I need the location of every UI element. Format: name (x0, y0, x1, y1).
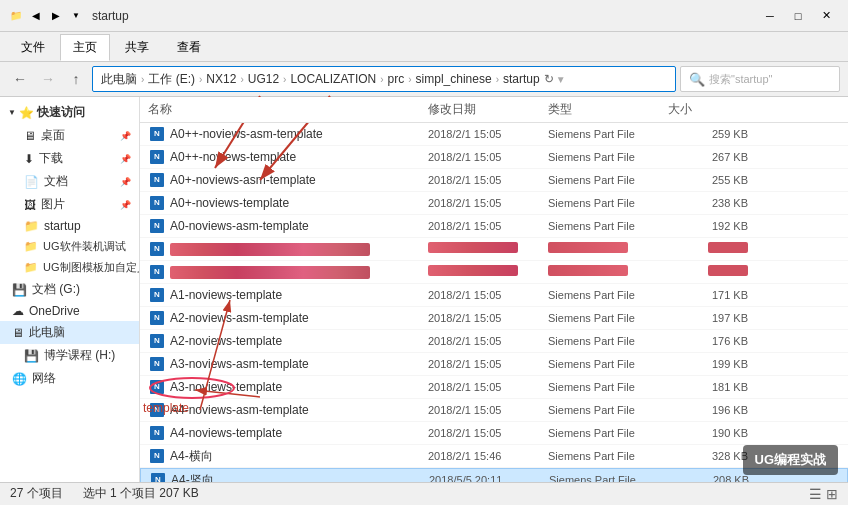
file-size: 197 KB (668, 312, 748, 324)
sidebar-label-ug-custom: UG制图模板加自定义! (43, 260, 140, 275)
tab-view[interactable]: 查看 (164, 34, 214, 61)
tab-home[interactable]: 主页 (60, 34, 110, 61)
file-size: 328 KB (668, 450, 748, 462)
table-row[interactable]: N A0+-noviews-asm-template 2018/2/1 15:0… (140, 169, 848, 192)
status-selected: 选中 1 个项目 207 KB (83, 485, 199, 502)
breadcrumb-startup[interactable]: startup (503, 72, 540, 86)
file-type: Siemens Part File (548, 312, 668, 324)
file-type: Siemens Part File (548, 197, 668, 209)
title-bar-title: startup (92, 9, 129, 23)
table-row[interactable]: N A0-noviews-asm-template 2018/2/1 15:05… (140, 215, 848, 238)
search-box[interactable]: 🔍 搜索"startup" (680, 66, 840, 92)
file-size: 259 KB (668, 128, 748, 140)
sidebar-item-ug-debug[interactable]: 📁 UG软件装机调试 (0, 236, 139, 257)
download-icon: ⬇ (24, 152, 34, 166)
dropdown-address-icon[interactable]: ▼ (556, 74, 566, 85)
breadcrumb-ug12[interactable]: UG12 (248, 72, 279, 86)
sidebar-item-pictures[interactable]: 🖼 图片 📌 (0, 193, 139, 216)
file-name: A0+-noviews-asm-template (170, 173, 410, 187)
file-name: A4-noviews-template (170, 426, 410, 440)
table-row[interactable]: N A4-竖向 2018/5/5 20:11 Siemens Part File… (140, 468, 848, 482)
sidebar-item-desktop[interactable]: 🖥 桌面 📌 (0, 124, 139, 147)
breadcrumb-thispc[interactable]: 此电脑 (101, 71, 137, 88)
drive-g-icon: 💾 (12, 283, 27, 297)
sidebar-item-documents[interactable]: 📄 文档 📌 (0, 170, 139, 193)
sidebar-label-pictures: 图片 (41, 196, 65, 213)
table-row[interactable]: N A4-横向 2018/2/1 15:46 Siemens Part File… (140, 445, 848, 468)
sidebar-item-drive-g[interactable]: 💾 文档 (G:) (0, 278, 139, 301)
sidebar-item-startup[interactable]: 📁 startup (0, 216, 139, 236)
dropdown-icon: ▼ (68, 8, 84, 24)
sidebar-item-quick-access[interactable]: ▼ ⭐ 快速访问 (0, 101, 139, 124)
file-name: A3-noviews-template (170, 380, 410, 394)
sidebar-item-downloads[interactable]: ⬇ 下载 📌 (0, 147, 139, 170)
table-row[interactable]: N A3-noviews-asm-template 2018/2/1 15:05… (140, 353, 848, 376)
file-name: A4-竖向 (171, 472, 411, 483)
refresh-button[interactable]: ↻ (544, 72, 554, 86)
table-row[interactable]: N (140, 261, 848, 284)
table-row[interactable]: N A0++-noviews-asm-template 2018/2/1 15:… (140, 123, 848, 146)
maximize-button[interactable]: □ (784, 2, 812, 30)
col-header-type[interactable]: 类型 (548, 101, 668, 118)
sidebar: ▼ ⭐ 快速访问 🖥 桌面 📌 ⬇ 下载 📌 📄 文档 📌 🖼 图片 📌 📁 s… (0, 97, 140, 482)
file-icon: N (148, 332, 166, 350)
sidebar-item-network[interactable]: 🌐 网络 (0, 367, 139, 390)
file-name: A4-横向 (170, 448, 410, 465)
file-type: Siemens Part File (549, 474, 669, 482)
sidebar-label-thispc: 此电脑 (29, 324, 65, 341)
table-row[interactable]: N A3-noviews-template 2018/2/1 15:05 Sie… (140, 376, 848, 399)
breadcrumb-loc[interactable]: LOCALIZATION (290, 72, 376, 86)
close-button[interactable]: ✕ (812, 2, 840, 30)
table-row[interactable]: N A0++-noviews-template 2018/2/1 15:05 S… (140, 146, 848, 169)
breadcrumb-drive[interactable]: 工作 (E:) (148, 71, 195, 88)
file-rows-container: N A0++-noviews-asm-template 2018/2/1 15:… (140, 123, 848, 482)
back-button[interactable]: ← (8, 67, 32, 91)
file-date: 2018/2/1 15:05 (428, 404, 548, 416)
table-row[interactable]: N A1-noviews-template 2018/2/1 15:05 Sie… (140, 284, 848, 307)
up-button[interactable]: ↑ (64, 67, 88, 91)
view-tiles-icon[interactable]: ⊞ (826, 486, 838, 502)
sidebar-item-onedrive[interactable]: ☁ OneDrive (0, 301, 139, 321)
file-icon: N (148, 148, 166, 166)
sidebar-item-thispc[interactable]: 🖥 此电脑 (0, 321, 139, 344)
file-size: 190 KB (668, 427, 748, 439)
breadcrumb-simpl[interactable]: simpl_chinese (416, 72, 492, 86)
file-name: A0++-noviews-asm-template (170, 127, 410, 141)
file-date: 2018/2/1 15:05 (428, 151, 548, 163)
table-row[interactable]: N A4-noviews-template 2018/2/1 15:05 Sie… (140, 422, 848, 445)
table-row[interactable]: N A0+-noviews-template 2018/2/1 15:05 Si… (140, 192, 848, 215)
address-bar[interactable]: 此电脑 › 工作 (E:) › NX12 › UG12 › LOCALIZATI… (92, 66, 676, 92)
file-icon: N (148, 447, 166, 465)
sidebar-label-documents: 文档 (44, 173, 68, 190)
table-row[interactable]: N A4-noviews-asm-template 2018/2/1 15:05… (140, 399, 848, 422)
col-header-size[interactable]: 大小 (668, 101, 748, 118)
sidebar-item-ug-custom[interactable]: 📁 UG制图模板加自定义! (0, 257, 139, 278)
file-name: A2-noviews-template (170, 334, 410, 348)
file-name: A1-noviews-template (170, 288, 410, 302)
col-header-name[interactable]: 名称 (148, 101, 428, 118)
onedrive-icon: ☁ (12, 304, 24, 318)
sidebar-item-drive-h[interactable]: 💾 博学课程 (H:) (0, 344, 139, 367)
file-type: Siemens Part File (548, 335, 668, 347)
file-size: 199 KB (668, 358, 748, 370)
file-date: 2018/2/1 15:05 (428, 358, 548, 370)
view-details-icon[interactable]: ☰ (809, 486, 822, 502)
sidebar-label-downloads: 下载 (39, 150, 63, 167)
tab-file[interactable]: 文件 (8, 34, 58, 61)
forward-button[interactable]: → (36, 67, 60, 91)
sidebar-label-startup: startup (44, 219, 81, 233)
file-type: Siemens Part File (548, 427, 668, 439)
breadcrumb-nx12[interactable]: NX12 (206, 72, 236, 86)
table-row[interactable]: N (140, 238, 848, 261)
file-size: 238 KB (668, 197, 748, 209)
file-date: 2018/2/1 15:05 (428, 312, 548, 324)
pictures-icon: 🖼 (24, 198, 36, 212)
col-header-date[interactable]: 修改日期 (428, 101, 548, 118)
table-row[interactable]: N A2-noviews-template 2018/2/1 15:05 Sie… (140, 330, 848, 353)
breadcrumb-prc[interactable]: prc (388, 72, 405, 86)
tab-share[interactable]: 共享 (112, 34, 162, 61)
pin-icon3: 📌 (120, 177, 131, 187)
table-row[interactable]: N A2-noviews-asm-template 2018/2/1 15:05… (140, 307, 848, 330)
minimize-button[interactable]: ─ (756, 2, 784, 30)
file-icon: N (148, 194, 166, 212)
